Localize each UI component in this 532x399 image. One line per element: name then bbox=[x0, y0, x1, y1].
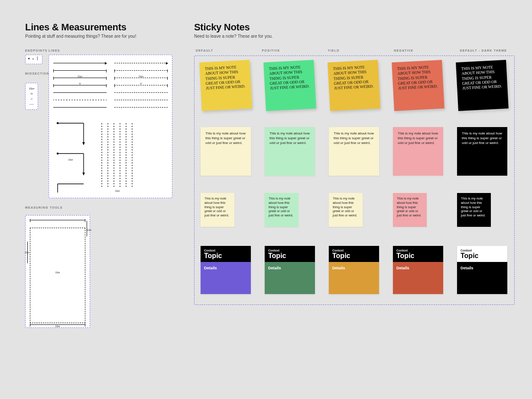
midsections-box: 12px H -/- ~~~ bbox=[25, 83, 38, 110]
context-label: Context bbox=[461, 249, 504, 252]
details-label: Details bbox=[329, 262, 379, 294]
topic-card-header: ContextTopic bbox=[201, 246, 251, 262]
sticky-section: Sticky Notes Need to leave a note? These… bbox=[194, 22, 515, 305]
sticky-flat[interactable]: This is my note about how this thing is … bbox=[201, 127, 251, 176]
arrow-left-icon: ◂ bbox=[28, 56, 29, 60]
svg-rect-0 bbox=[57, 122, 58, 124]
sticky-tilt[interactable]: THIS IS MY NOTE ABOUT HOW THIS THING IS … bbox=[263, 60, 316, 111]
topic-card[interactable]: ContextTopicDetails bbox=[393, 246, 443, 294]
topic-card[interactable]: ContextTopicDetails bbox=[265, 246, 315, 294]
group-negative: NEGATIVE bbox=[394, 49, 447, 52]
topic-card[interactable]: ContextTopicDetails bbox=[329, 246, 379, 294]
sticky-tilt[interactable]: THIS IS MY NOTE ABOUT HOW THIS THING IS … bbox=[456, 60, 509, 111]
svg-text:12px: 12px bbox=[115, 190, 120, 192]
group-positive: POSITIVE bbox=[262, 49, 315, 52]
topic-card-header: ContextTopic bbox=[329, 246, 379, 262]
topic-card-header: ContextTopic bbox=[265, 246, 315, 262]
sticky-subtitle: Need to leave a note? These are for you. bbox=[194, 34, 515, 39]
sticky-small[interactable]: This is my note about how this thing is … bbox=[457, 193, 491, 227]
sticky-flat[interactable]: This is my note about how this thing is … bbox=[265, 127, 315, 176]
sticky-small[interactable]: This is my note about how this thing is … bbox=[393, 193, 427, 227]
sticky-flat[interactable]: This is my note about how this thing is … bbox=[393, 127, 443, 176]
svg-marker-1 bbox=[82, 142, 85, 145]
context-label: Context bbox=[396, 249, 440, 252]
tick-icon: ǀ bbox=[37, 56, 38, 60]
sticky-grid: THIS IS MY NOTE ABOUT HOW THIS THING IS … bbox=[194, 56, 515, 305]
details-label: Details bbox=[201, 262, 251, 294]
context-label: Context bbox=[332, 249, 376, 252]
details-label: Details bbox=[265, 262, 315, 294]
lines-subtitle: Pointing at stuff and measuring things? … bbox=[25, 34, 172, 39]
corner-solid-icon: 12px bbox=[53, 119, 92, 193]
lines-title: Lines & Measurements bbox=[25, 22, 172, 33]
group-default: DEFAULT bbox=[196, 49, 249, 52]
dim-label: 12px bbox=[55, 325, 60, 327]
topic-label: Topic bbox=[268, 252, 311, 259]
topic-card-header: ContextTopic bbox=[457, 246, 507, 262]
dim-label: 12px bbox=[25, 251, 29, 254]
dim-label: 12px bbox=[87, 229, 91, 231]
sticky-small[interactable]: This is my note about how this thing is … bbox=[201, 193, 234, 227]
topic-card-header: ContextTopic bbox=[393, 246, 443, 262]
sticky-flat[interactable]: This is my note about how this thing is … bbox=[329, 127, 379, 176]
group-yield: YIELD bbox=[328, 49, 381, 52]
details-label: Details bbox=[457, 262, 507, 294]
sticky-small[interactable]: This is my note about how this thing is … bbox=[329, 193, 363, 227]
topic-label: Topic bbox=[461, 252, 504, 259]
context-label: Context bbox=[268, 249, 311, 252]
corner-dashed-icon: 12px bbox=[99, 119, 138, 193]
lines-box: 12px 12px HH bbox=[49, 55, 172, 198]
context-label: Context bbox=[204, 249, 247, 252]
topic-label: Topic bbox=[204, 252, 247, 259]
corner-lines: 12px 12px bbox=[53, 119, 168, 193]
sticky-flat[interactable]: This is my note about how this thing is … bbox=[457, 127, 507, 176]
midsection-item: H bbox=[28, 91, 36, 96]
dim-label: 12px bbox=[138, 75, 144, 78]
endpoints-label: ENDPOINTS bbox=[25, 49, 42, 52]
midsection-item: -/- bbox=[28, 96, 36, 101]
topic-card[interactable]: ContextTopicDetails bbox=[201, 246, 251, 294]
sticky-title: Sticky Notes bbox=[194, 22, 515, 33]
topic-card[interactable]: ContextTopicDetails bbox=[457, 246, 507, 294]
svg-marker-3 bbox=[82, 173, 85, 175]
midsection-item: 12px bbox=[28, 86, 36, 91]
group-dark: DEFAULT - DARK THEME bbox=[460, 49, 513, 52]
topic-label: Topic bbox=[396, 252, 440, 259]
lines-label: LINES bbox=[49, 49, 172, 52]
dim-label: 12px bbox=[68, 158, 73, 161]
sticky-tilt[interactable]: THIS IS MY NOTE ABOUT HOW THIS THING IS … bbox=[328, 60, 380, 111]
sticky-tilt[interactable]: THIS IS MY NOTE ABOUT HOW THIS THING IS … bbox=[199, 60, 252, 111]
dim-label: 12px bbox=[77, 75, 83, 78]
measuring-label: MEASURING TOOLS bbox=[25, 206, 172, 209]
lines-section: Lines & Measurements Pointing at stuff a… bbox=[25, 22, 172, 328]
dim-label: 12px bbox=[55, 271, 60, 274]
sticky-tilt[interactable]: THIS IS MY NOTE ABOUT HOW THIS THING IS … bbox=[392, 60, 444, 111]
dot-icon: • bbox=[32, 57, 34, 61]
endpoints-box: ◂ • ǀ bbox=[25, 55, 42, 64]
topic-label: Topic bbox=[332, 252, 376, 259]
midsections-label: MIDSECTIONS bbox=[25, 72, 42, 75]
sticky-small[interactable]: This is my note about how this thing is … bbox=[265, 193, 298, 227]
midsection-item: ~~~ bbox=[28, 101, 36, 107]
details-label: Details bbox=[393, 262, 443, 294]
measuring-tools-box: 12px 12px 12px 12px bbox=[25, 215, 90, 328]
svg-rect-2 bbox=[57, 153, 58, 154]
